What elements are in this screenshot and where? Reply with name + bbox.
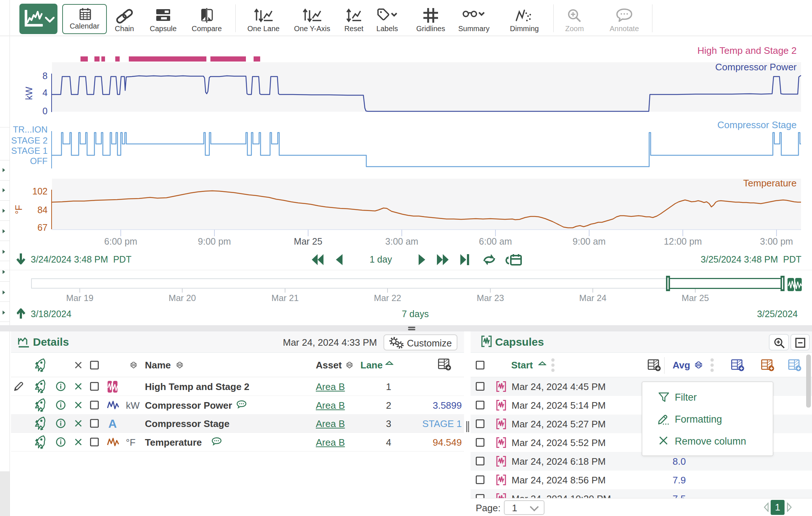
svg-text:84: 84 xyxy=(37,205,48,215)
svg-text:8: 8 xyxy=(42,71,48,81)
svg-text:°F: °F xyxy=(14,205,24,214)
svg-text:9:00 pm: 9:00 pm xyxy=(198,236,231,246)
svg-text:TR...ION: TR...ION xyxy=(13,125,48,134)
svg-text:High Temp and Stage 2: High Temp and Stage 2 xyxy=(697,45,797,56)
svg-text:6:00 pm: 6:00 pm xyxy=(104,236,137,246)
svg-text:Mar 25: Mar 25 xyxy=(294,236,322,246)
svg-text:Compressor Power: Compressor Power xyxy=(715,62,797,73)
svg-text:Mar 23: Mar 23 xyxy=(477,293,504,303)
svg-text:STAGE 2: STAGE 2 xyxy=(11,136,48,145)
svg-text:12:00 pm: 12:00 pm xyxy=(664,236,702,246)
svg-text:3:00 pm: 3:00 pm xyxy=(760,236,793,246)
svg-text:3:00 am: 3:00 am xyxy=(385,236,418,246)
svg-text:Mar 24: Mar 24 xyxy=(579,293,607,303)
svg-text:Mar 19: Mar 19 xyxy=(66,293,94,303)
svg-text:Compressor Stage: Compressor Stage xyxy=(717,119,797,130)
svg-text:kW: kW xyxy=(24,87,34,100)
svg-text:0: 0 xyxy=(42,106,48,116)
svg-text:Mar 22: Mar 22 xyxy=(374,293,401,303)
svg-text:6:00 am: 6:00 am xyxy=(479,236,512,246)
svg-text:Mar 21: Mar 21 xyxy=(272,293,299,303)
svg-text:67: 67 xyxy=(37,222,48,233)
svg-text:9:00 am: 9:00 am xyxy=(573,236,606,246)
svg-text:STAGE 1: STAGE 1 xyxy=(11,146,48,156)
svg-text:4: 4 xyxy=(42,88,48,98)
svg-text:Temperature: Temperature xyxy=(743,178,797,189)
svg-text:OFF: OFF xyxy=(30,156,48,166)
svg-text:Mar 20: Mar 20 xyxy=(169,293,196,303)
svg-text:102: 102 xyxy=(32,186,48,196)
svg-text:Mar 25: Mar 25 xyxy=(682,293,709,303)
